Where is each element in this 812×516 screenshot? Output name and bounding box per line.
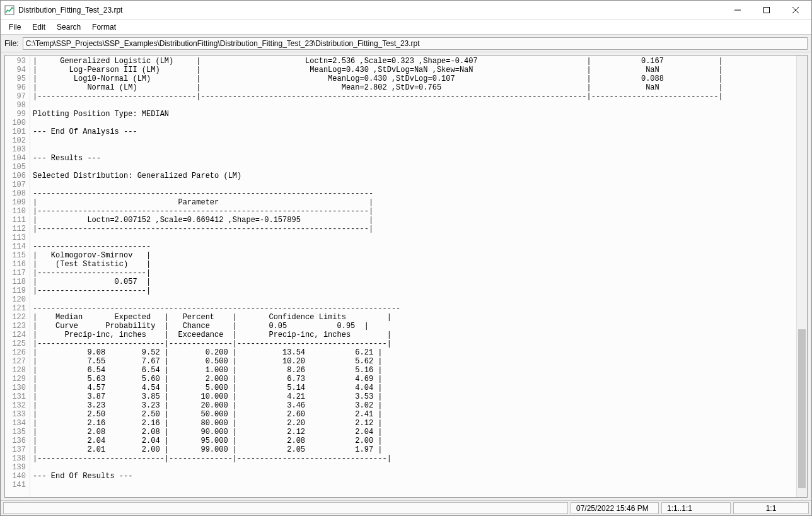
app-icon [4,5,14,15]
status-extra: 1:1 [733,502,809,514]
status-bar: 07/25/2022 15:46 PM 1:1..1:1 1:1 [1,500,811,515]
file-path-input[interactable] [23,37,808,50]
file-label: File: [4,39,19,48]
svg-rect-2 [764,7,770,13]
close-button[interactable] [781,1,810,19]
menu-edit[interactable]: Edit [26,21,51,33]
menu-search[interactable]: Search [51,21,86,33]
status-message [3,502,568,514]
title-bar: Distribution_Fitting_Test_23.rpt [1,1,811,20]
line-number-gutter: 93 94 95 96 97 98 99 100 101 102 103 104… [5,56,30,497]
text-editor: 93 94 95 96 97 98 99 100 101 102 103 104… [4,55,808,498]
svg-rect-0 [5,6,14,15]
menu-format[interactable]: Format [86,21,122,33]
vertical-scrollbar[interactable] [796,56,807,497]
maximize-button[interactable] [752,1,781,19]
file-path-bar: File: [1,35,811,52]
app-window: Distribution_Fitting_Test_23.rpt File Ed… [0,0,812,516]
code-area[interactable]: | Generalized Logistic (LM) | Loctn=2.53… [30,56,796,497]
status-cursor: 1:1..1:1 [661,502,731,514]
window-title: Distribution_Fitting_Test_23.rpt [18,6,723,15]
scrollbar-thumb[interactable] [798,329,806,488]
menu-file[interactable]: File [3,21,26,33]
menu-bar: File Edit Search Format [1,20,811,35]
status-timestamp: 07/25/2022 15:46 PM [571,502,659,514]
window-controls [723,1,810,19]
editor-container: 93 94 95 96 97 98 99 100 101 102 103 104… [1,52,811,500]
minimize-button[interactable] [723,1,752,19]
